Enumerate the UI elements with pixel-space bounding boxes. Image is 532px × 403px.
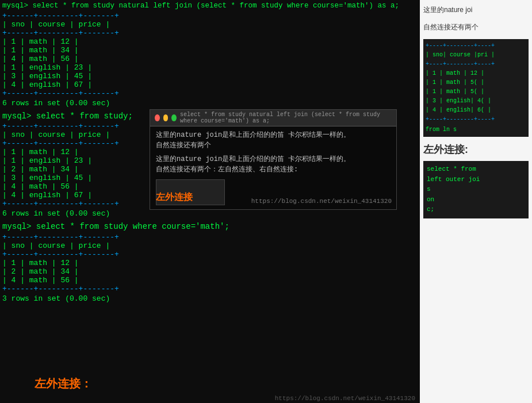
right-mini-table: +----+--------+----+ | sno| course |pri …: [423, 39, 529, 137]
table1-border-top: +------+---------+-------+: [0, 11, 420, 20]
table1-header-border: +------+---------+-------+: [0, 29, 420, 37]
table3-border-bot: +------+---------+-------+: [0, 285, 420, 293]
table3-header-border: +------+---------+-------+: [0, 250, 420, 259]
minimize-icon[interactable]: [163, 114, 169, 121]
table1-row6: | 4 | english | 67 |: [0, 80, 420, 89]
overlay-left-join-label: 左外连接: [156, 191, 193, 204]
overlay-watermark: https://blog.csdn.net/weixin_43141320: [251, 198, 392, 205]
right-text2: 自然连接还有两个: [420, 17, 532, 37]
query3-line: mysql> select * from study where course=…: [0, 221, 420, 233]
right-sql-terminal: select * from left outer joi s on c;: [423, 161, 529, 218]
table3-row2: | 2 | math | 34 |: [0, 267, 420, 276]
result3: 3 rows in set (0.00 sec): [0, 293, 420, 304]
right-sql-line3: s: [427, 185, 525, 195]
overlay-line3: 这里的nature join是和上面介绍的的笛 卡尔积结果一样的。: [156, 154, 391, 164]
table1-row3: | 4 | math | 56 |: [0, 55, 420, 63]
close-icon[interactable]: [155, 114, 160, 121]
watermark-left: https://blog.csdn.net/weixin_43141320: [0, 395, 420, 402]
right-panel: 这里的nature joi 自然连接还有两个 +----+--------+--…: [420, 0, 532, 403]
table1-border-bot: +------+---------+-------+: [0, 89, 420, 98]
right-sql-line2: left outer joi: [427, 175, 525, 185]
maximize-icon[interactable]: [171, 114, 177, 121]
left-outer-join-label: 左外连接：: [35, 376, 92, 392]
overlay-title: select * from study natural left join (s…: [180, 112, 392, 124]
table3-header: | sno | course | price |: [0, 241, 420, 250]
table3-row3: | 4 | math | 56 |: [0, 276, 420, 285]
overlay-line2: 自然连接还有两个: [156, 140, 391, 151]
right-sql-line5: c;: [427, 205, 525, 215]
query1-line: mysql> select * from study natural left …: [0, 0, 420, 11]
table1-row4: | 1 | english | 23 |: [0, 63, 420, 72]
table3-row1: | 1 | math | 12 |: [0, 259, 420, 267]
result1: 6 rows in set (0.00 sec): [0, 98, 420, 109]
overlay-line1: 这里的nature join是和上面介绍的的笛 卡尔积结果一样的。: [156, 130, 391, 140]
right-heading-left-join: 左外连接:: [420, 139, 532, 159]
overlay-popup: select * from study natural left join (s…: [150, 109, 397, 210]
table1-row1: | 1 | math | 12 |: [0, 37, 420, 46]
right-text1: 这里的nature joi: [420, 0, 532, 20]
right-sql-line1: select * from: [427, 164, 525, 175]
overlay-line4: 自然连接还有两个：左自然连接、右自然连接:: [156, 164, 391, 175]
table3-border-top: +------+---------+-------+: [0, 233, 420, 241]
table1-row5: | 3 | english | 45 |: [0, 72, 420, 80]
overlay-title-bar: select * from study natural left join (s…: [150, 110, 396, 126]
right-sql-line4: on: [427, 195, 525, 205]
table1-header: | sno | course | price |: [0, 20, 420, 29]
table1-row2: | 1 | math | 34 |: [0, 46, 420, 55]
